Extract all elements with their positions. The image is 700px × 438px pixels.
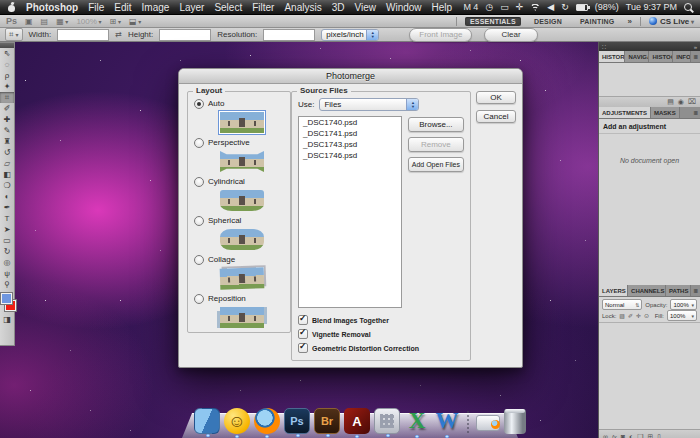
tab-masks[interactable]: MASKS bbox=[651, 107, 680, 118]
vignette-removal-checkbox[interactable] bbox=[298, 329, 308, 339]
type-tool[interactable]: T bbox=[0, 213, 14, 224]
eraser-tool[interactable]: ▱ bbox=[0, 158, 14, 169]
workspace-design[interactable]: DESIGN bbox=[529, 17, 567, 26]
vignette-removal-checkbox-row[interactable]: Vignette Removal bbox=[298, 329, 464, 339]
clone-stamp-tool[interactable]: ♜ bbox=[0, 136, 14, 147]
radio-reposition[interactable] bbox=[194, 294, 204, 304]
fill-select[interactable]: 100% ▾ bbox=[667, 310, 697, 321]
wifi-icon[interactable] bbox=[530, 3, 540, 11]
layout-option-cylindrical[interactable]: Cylindrical bbox=[194, 176, 290, 187]
menu-3d[interactable]: 3D bbox=[332, 2, 345, 13]
blur-tool[interactable]: ❍ bbox=[0, 180, 14, 191]
front-image-button[interactable]: Front Image bbox=[409, 28, 472, 42]
height-input[interactable] bbox=[159, 29, 211, 41]
lock-all-icon[interactable]: ⊙ bbox=[644, 312, 649, 319]
display-icon[interactable]: ▭ bbox=[500, 3, 509, 12]
pen-tool[interactable]: ✒ bbox=[0, 202, 14, 213]
delete-state-icon[interactable]: ⌧ bbox=[688, 98, 696, 106]
menu-file[interactable]: File bbox=[88, 2, 104, 13]
menu-image[interactable]: Image bbox=[142, 2, 170, 13]
file-item[interactable]: _DSC1741.psd bbox=[299, 128, 401, 139]
tab-channels[interactable]: CHANNELS bbox=[628, 285, 666, 296]
resolution-unit-select[interactable]: pixels/inch ▲▼ bbox=[321, 29, 379, 41]
file-item[interactable]: _DSC1746.psd bbox=[299, 150, 401, 161]
radio-spherical[interactable] bbox=[194, 216, 204, 226]
menu-layer[interactable]: Layer bbox=[179, 2, 204, 13]
cs-live-button[interactable]: CS Live bbox=[649, 17, 694, 26]
zoom-tool[interactable]: ⚲ bbox=[0, 279, 14, 290]
menu-analysis[interactable]: Analysis bbox=[284, 2, 321, 13]
tab-history[interactable]: HISTORY bbox=[599, 51, 625, 62]
bluetooth-icon[interactable]: ✛ bbox=[516, 3, 524, 12]
clock-icon[interactable]: ◷ bbox=[485, 3, 493, 12]
clear-button[interactable]: Clear bbox=[484, 28, 537, 42]
dock-excel[interactable]: X bbox=[404, 408, 430, 434]
collapse-panels-icon[interactable]: » bbox=[694, 44, 697, 50]
radio-cylindrical[interactable] bbox=[194, 177, 204, 187]
tab-histogram[interactable]: HISTOG bbox=[649, 51, 673, 62]
dialog-title-bar[interactable]: Photomerge bbox=[179, 69, 522, 84]
blend-images-checkbox[interactable] bbox=[298, 315, 308, 325]
file-item[interactable]: _DSC1740.psd bbox=[299, 117, 401, 128]
crop-tool[interactable]: ⌗ bbox=[0, 92, 14, 103]
link-layers-icon[interactable]: ∞ bbox=[603, 433, 608, 438]
dock-yahoo-messenger[interactable]: ☺ bbox=[224, 408, 250, 434]
opacity-select[interactable]: 100% ▾ bbox=[670, 299, 697, 310]
adjustment-layer-icon[interactable]: ◐ bbox=[629, 433, 633, 438]
crop-tool-preset[interactable]: ⌗ bbox=[5, 28, 23, 41]
lock-transparency-icon[interactable]: ▨ bbox=[619, 312, 625, 319]
zoom-level-dropdown[interactable]: 100% bbox=[76, 17, 101, 26]
dock-trash[interactable] bbox=[504, 409, 526, 434]
dock-bridge[interactable]: Br bbox=[314, 408, 340, 434]
lasso-tool[interactable]: ρ bbox=[0, 70, 14, 81]
dock-acrobat[interactable]: A bbox=[344, 408, 370, 434]
layout-option-auto[interactable]: Auto bbox=[194, 98, 290, 109]
mini-bridge-icon[interactable]: ▤ bbox=[41, 17, 49, 26]
shape-tool[interactable]: ▭ bbox=[0, 235, 14, 246]
swap-dimensions-icon[interactable]: ⇄ bbox=[115, 30, 122, 39]
battery-icon[interactable] bbox=[576, 4, 588, 11]
lock-paint-icon[interactable]: ✐ bbox=[628, 312, 633, 319]
source-file-list[interactable]: _DSC1740.psd _DSC1741.psd _DSC1743.psd _… bbox=[298, 116, 402, 308]
menu-edit[interactable]: Edit bbox=[114, 2, 131, 13]
blend-mode-select[interactable]: Normal ⇅ bbox=[602, 299, 642, 310]
volume-icon[interactable]: ◀ bbox=[547, 3, 554, 12]
layer-effects-icon[interactable]: fx bbox=[612, 434, 617, 438]
adjustments-panel-menu-icon[interactable]: ≣ bbox=[691, 107, 700, 118]
resolution-input[interactable] bbox=[263, 29, 315, 41]
menu-clock[interactable]: Tue 9:37 PM bbox=[626, 2, 677, 12]
history-panel-menu-icon[interactable]: ≣ bbox=[691, 51, 700, 62]
ok-button[interactable]: OK bbox=[476, 91, 516, 104]
tab-paths[interactable]: PATHS bbox=[666, 285, 691, 296]
menu-photoshop[interactable]: Photoshop bbox=[26, 2, 78, 13]
gradient-tool[interactable]: ◧ bbox=[0, 169, 14, 180]
spotlight-icon[interactable] bbox=[684, 3, 692, 11]
add-open-files-button[interactable]: Add Open Files bbox=[408, 157, 464, 172]
layers-panel-menu-icon[interactable]: ≣ bbox=[691, 285, 700, 296]
move-tool[interactable]: ⇖ bbox=[0, 48, 14, 59]
blend-images-checkbox-row[interactable]: Blend Images Together bbox=[298, 315, 464, 325]
hand-tool[interactable]: ψ bbox=[0, 268, 14, 279]
layout-option-spherical[interactable]: Spherical bbox=[194, 215, 290, 226]
geometric-distortion-checkbox-row[interactable]: Geometric Distortion Correction bbox=[298, 343, 464, 353]
dodge-tool[interactable]: ◐ bbox=[0, 191, 14, 202]
delete-layer-icon[interactable]: ▯ bbox=[657, 433, 661, 438]
arrange-documents-icon[interactable]: ⊞ bbox=[110, 17, 121, 26]
tab-adjustments[interactable]: ADJUSTMENTS bbox=[599, 107, 651, 118]
cancel-button[interactable]: Cancel bbox=[476, 110, 516, 123]
layer-group-icon[interactable]: ❏ bbox=[637, 433, 643, 438]
radio-collage[interactable] bbox=[194, 255, 204, 265]
tab-navigator[interactable]: NAVIGA bbox=[625, 51, 649, 62]
apple-menu-icon[interactable] bbox=[8, 3, 16, 12]
radio-perspective[interactable] bbox=[194, 138, 204, 148]
3d-rotate-tool[interactable]: ↻ bbox=[0, 246, 14, 257]
launch-bridge-icon[interactable]: ▣ bbox=[25, 17, 33, 26]
dock-word[interactable]: W bbox=[434, 408, 460, 434]
lock-position-icon[interactable]: ✛ bbox=[636, 312, 641, 319]
quick-selection-tool[interactable]: ✦ bbox=[0, 81, 14, 92]
layout-option-reposition[interactable]: Reposition bbox=[194, 293, 290, 304]
menu-help[interactable]: Help bbox=[432, 2, 453, 13]
layout-option-perspective[interactable]: Perspective bbox=[194, 137, 290, 148]
new-snapshot-icon[interactable]: ◉ bbox=[678, 98, 684, 106]
menu-view[interactable]: View bbox=[354, 2, 376, 13]
